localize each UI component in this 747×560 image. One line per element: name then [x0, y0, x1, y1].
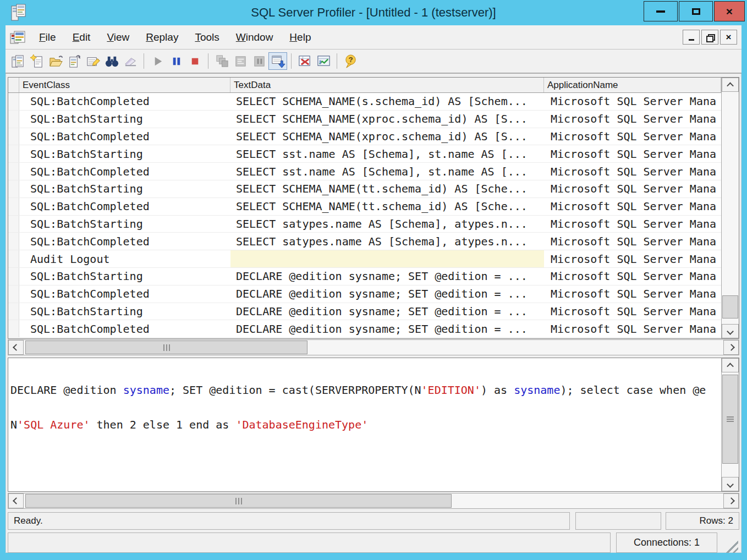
new-file-button[interactable]: [28, 52, 46, 70]
sql-detail-pane[interactable]: DECLARE @edition sysname; SET @edition =…: [8, 358, 739, 492]
grid-vscroll-thumb[interactable]: [722, 295, 738, 319]
scroll-down-button[interactable]: [722, 477, 739, 491]
scroll-up-button[interactable]: [722, 358, 739, 372]
table-row[interactable]: SQL:BatchStartingSELECT SCHEMA_NAME(xpro…: [8, 111, 721, 128]
open-folder-icon: [48, 54, 63, 69]
table-row[interactable]: SQL:BatchCompletedSELECT sst.name AS [Sc…: [8, 163, 721, 180]
table-row[interactable]: SQL:BatchCompletedSELECT SCHEMA_NAME(tt.…: [8, 198, 721, 216]
menu-replay[interactable]: Replay: [138, 25, 186, 49]
toggle-breakpoint-button[interactable]: [250, 52, 268, 70]
table-row[interactable]: SQL:BatchStartingDECLARE @edition sysnam…: [8, 268, 721, 286]
mdi-restore-button[interactable]: [701, 30, 718, 45]
mdi-minimize-button[interactable]: [683, 30, 700, 45]
row-selector[interactable]: [8, 145, 19, 162]
menu-file[interactable]: File: [31, 25, 64, 49]
sqlpane-vertical-scrollbar[interactable]: [721, 358, 739, 491]
table-row[interactable]: SQL:BatchCompletedSELECT satypes.name AS…: [8, 233, 721, 250]
start-replay-button[interactable]: [148, 52, 167, 70]
menu-edit[interactable]: Edit: [64, 25, 99, 49]
grip-icon: [166, 344, 167, 351]
mdi-close-icon: ×: [726, 32, 732, 42]
table-row[interactable]: SQL:BatchCompletedSELECT SCHEMA_NAME(s.s…: [8, 93, 721, 111]
auto-scroll-button[interactable]: [268, 52, 287, 70]
menu-window[interactable]: Window: [228, 25, 282, 49]
grid-hscroll-thumb[interactable]: [25, 341, 307, 354]
table-row[interactable]: SQL:BatchStartingSELECT SCHEMA_NAME(tt.s…: [8, 180, 721, 198]
scroll-down-button[interactable]: [722, 324, 739, 338]
cell-textdata: DECLARE @edition sysname; SET @edition =…: [230, 286, 544, 303]
grid-vertical-scrollbar[interactable]: [721, 78, 739, 338]
cell-eventclass: SQL:BatchStarting: [19, 216, 230, 233]
row-selector[interactable]: [8, 180, 19, 197]
title-bar[interactable]: SQL Server Profiler - [Untitled - 1 (tes…: [0, 0, 747, 25]
chevron-left-icon: [13, 497, 20, 504]
chevron-right-icon: [728, 344, 735, 351]
grid-header: EventClass TextData ApplicationName: [8, 78, 739, 93]
column-header-eventclass[interactable]: EventClass: [19, 78, 230, 92]
row-selector[interactable]: [8, 111, 19, 128]
row-selector[interactable]: [8, 268, 19, 285]
mdi-document-icon[interactable]: [10, 30, 25, 45]
cell-textdata: SELECT SCHEMA_NAME(xproc.schema_id) AS […: [230, 128, 544, 145]
scroll-left-button[interactable]: [8, 340, 24, 355]
play-icon: [150, 54, 165, 69]
row-selector[interactable]: [8, 320, 19, 337]
row-selector[interactable]: [8, 303, 19, 320]
grouped-view-icon: [316, 54, 331, 69]
sqlpane-hscroll-thumb[interactable]: [25, 494, 452, 508]
aggregated-view-button[interactable]: [295, 52, 314, 70]
clear-trace-window-button[interactable]: [121, 52, 140, 70]
row-selector[interactable]: [8, 250, 19, 267]
row-selector[interactable]: [8, 128, 19, 145]
table-row[interactable]: SQL:BatchCompletedDECLARE @edition sysna…: [8, 320, 721, 338]
new-trace-button[interactable]: [9, 52, 28, 70]
run-to-cursor-button[interactable]: [231, 52, 250, 70]
resize-grip[interactable]: [723, 537, 738, 553]
properties-button[interactable]: [84, 52, 102, 70]
row-selector[interactable]: [8, 233, 19, 250]
table-row[interactable]: SQL:BatchStartingSELECT satypes.name AS …: [8, 216, 721, 233]
open-trace-file-button[interactable]: [46, 52, 65, 70]
maximize-button[interactable]: [679, 1, 713, 21]
scroll-right-button[interactable]: [723, 340, 739, 355]
table-row-audit-logout[interactable]: Audit LogoutMicrosoft SQL Server Mana: [8, 250, 721, 268]
scroll-up-button[interactable]: [722, 78, 739, 92]
execute-one-step-button[interactable]: [212, 52, 231, 70]
grid-horizontal-scrollbar[interactable]: [8, 339, 739, 355]
grouped-view-button[interactable]: [314, 52, 333, 70]
column-header-textdata[interactable]: TextData: [230, 78, 544, 92]
find-button[interactable]: [102, 52, 121, 70]
minimize-button[interactable]: [644, 1, 678, 21]
window-controls: ×: [642, 1, 745, 21]
column-header-applicationname[interactable]: ApplicationName: [544, 78, 721, 92]
help-button[interactable]: ?: [341, 52, 360, 70]
save-trace-file-button[interactable]: [65, 52, 84, 70]
row-selector[interactable]: [8, 216, 19, 233]
column-header-selector[interactable]: [8, 78, 19, 92]
row-selector[interactable]: [8, 163, 19, 180]
connections-count: Connections: 1: [616, 532, 717, 553]
menu-help[interactable]: Help: [281, 25, 319, 49]
close-button[interactable]: ×: [714, 1, 745, 21]
row-selector[interactable]: [8, 286, 19, 303]
chevron-down-icon: [727, 328, 734, 335]
menu-view[interactable]: View: [98, 25, 138, 49]
row-selector[interactable]: [8, 93, 19, 110]
row-selector[interactable]: [8, 198, 19, 215]
stop-replay-button[interactable]: [185, 52, 204, 70]
mdi-close-button[interactable]: ×: [720, 30, 737, 45]
table-row[interactable]: SQL:BatchStartingDECLARE @edition sysnam…: [8, 303, 721, 321]
sqlpane-horizontal-scrollbar[interactable]: [8, 493, 739, 509]
cell-textdata: SELECT sst.name AS [Schema], st.name AS …: [230, 145, 544, 162]
grip-icon: [241, 498, 242, 504]
table-row[interactable]: SQL:BatchCompletedSELECT SCHEMA_NAME(xpr…: [8, 128, 721, 146]
properties-icon: [86, 54, 101, 69]
menu-tools[interactable]: Tools: [186, 25, 227, 49]
scroll-left-button[interactable]: [8, 493, 24, 508]
pause-replay-button[interactable]: [167, 52, 185, 70]
table-row[interactable]: SQL:BatchStartingSELECT sst.name AS [Sch…: [8, 145, 721, 163]
grip-icon: [727, 416, 734, 418]
sqlpane-vscroll-thumb[interactable]: [722, 375, 738, 464]
scroll-right-button[interactable]: [723, 493, 739, 508]
table-row[interactable]: SQL:BatchCompletedDECLARE @edition sysna…: [8, 286, 721, 303]
